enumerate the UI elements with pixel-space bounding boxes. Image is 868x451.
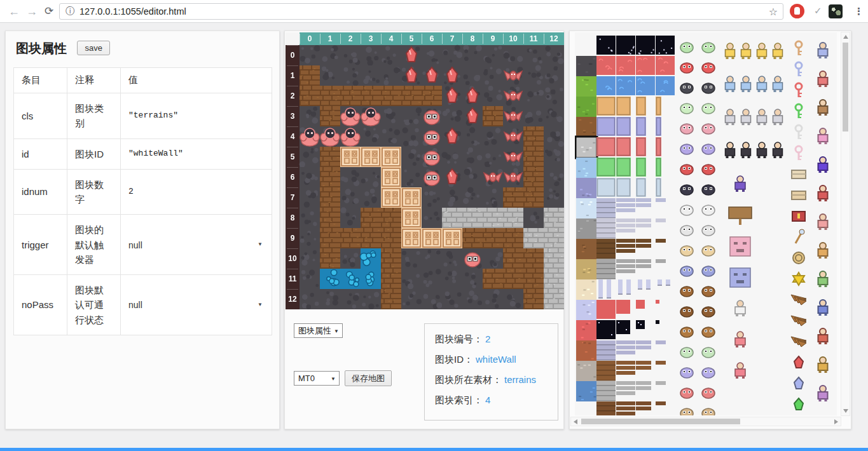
- prop-key: trigger: [14, 215, 67, 275]
- extension-icon[interactable]: [790, 4, 804, 18]
- table-header-1: 注释: [67, 68, 121, 93]
- prop-key: idnum: [14, 169, 67, 215]
- prop-select-trigger[interactable]: null: [128, 240, 264, 250]
- url-text[interactable]: 127.0.0.1:1055/editor.html: [79, 6, 186, 17]
- prop-value-text: "terrains": [128, 111, 178, 120]
- prop-value: 2: [121, 169, 272, 215]
- panel-title: 图块属性: [16, 40, 67, 57]
- map-panel: 图块属性 ▼ MT0 ▼ 保存地图 图块编号：2图块ID：whiteWall图块…: [284, 30, 564, 429]
- horizontal-scrollbar[interactable]: [570, 417, 841, 426]
- scroll-right-icon[interactable]: [834, 419, 838, 424]
- horizontal-scroll-thumb[interactable]: [581, 419, 740, 424]
- save-button[interactable]: save: [77, 41, 109, 55]
- prop-value: "terrains": [121, 93, 272, 139]
- prop-row-id: id图块ID"whiteWall": [14, 138, 272, 169]
- floor-select[interactable]: MT0: [294, 372, 339, 383]
- address-bar[interactable]: ⓘ 127.0.0.1:1055/editor.html ☆: [59, 3, 783, 20]
- scroll-down-icon[interactable]: [843, 409, 848, 413]
- tile-info-label: 图块编号：: [435, 333, 483, 344]
- prop-comment: 图块类别: [67, 93, 121, 139]
- vertical-scroll-thumb[interactable]: [843, 43, 848, 131]
- tile-info-line: 图块编号：2: [435, 333, 548, 346]
- reload-icon[interactable]: ⟳: [41, 3, 57, 20]
- prop-key: noPass: [14, 275, 67, 335]
- vertical-scrollbar[interactable]: [841, 32, 850, 416]
- bookmark-star-icon[interactable]: ☆: [769, 6, 778, 18]
- scroll-up-icon[interactable]: [843, 35, 848, 39]
- prop-comment: 图块ID: [67, 138, 121, 169]
- floor-select-wrap: MT0 ▼: [294, 371, 340, 386]
- browser-avatar[interactable]: [829, 4, 843, 18]
- prop-row-trigger: trigger图块的默认触发器null▼: [14, 215, 272, 275]
- properties-table: 条目注释值 cls图块类别"terrains"id图块ID"whiteWall"…: [13, 67, 272, 335]
- prop-select-noPass[interactable]: null: [128, 300, 264, 310]
- prop-comment: 图块的默认触发器: [67, 215, 121, 275]
- extension-hand-glyph: [794, 7, 800, 15]
- page-info-icon[interactable]: ⓘ: [65, 6, 74, 17]
- map-canvas[interactable]: [286, 32, 564, 309]
- prop-value-text: 2: [128, 187, 134, 196]
- prop-key: cls: [14, 93, 67, 139]
- prop-value-text: "whiteWall": [128, 149, 183, 158]
- browser-menu-icon[interactable]: ⋮: [854, 4, 864, 19]
- browser-chrome: ← → ⟳ ⓘ 127.0.0.1:1055/editor.html ☆ ✓ ⋮: [0, 0, 868, 23]
- tile-info-line: 图块ID：whiteWall: [435, 354, 548, 366]
- save-map-button[interactable]: 保存地图: [345, 370, 392, 386]
- tile-properties-panel: 图块属性 save 条目注释值 cls图块类别"terrains"id图块ID"…: [5, 30, 280, 429]
- tile-info-label: 图块所在素材：: [435, 374, 502, 385]
- prop-row-cls: cls图块类别"terrains": [14, 93, 272, 139]
- check-extension-icon[interactable]: ✓: [814, 5, 822, 17]
- tile-info-label: 图块索引：: [435, 394, 483, 405]
- back-icon[interactable]: ←: [6, 3, 22, 20]
- tile-info-line: 图块所在素材：terrains: [435, 374, 548, 386]
- tile-info-value[interactable]: terrains: [504, 374, 536, 385]
- table-header-2: 值: [121, 68, 272, 93]
- tile-info-box: 图块编号：2图块ID：whiteWall图块所在素材：terrains图块索引：…: [424, 323, 558, 421]
- tile-info-label: 图块ID：: [435, 354, 473, 365]
- prop-value: null▼: [121, 275, 272, 335]
- tileset-canvas[interactable]: [575, 32, 837, 415]
- prop-comment: 图块数字: [67, 169, 121, 215]
- table-header-0: 条目: [14, 68, 67, 93]
- mode-select[interactable]: 图块属性: [294, 324, 342, 335]
- prop-row-noPass: noPass图块默认可通行状态null▼: [14, 275, 272, 335]
- prop-value: "whiteWall": [121, 138, 272, 169]
- mode-select-wrap: 图块属性 ▼: [294, 323, 343, 338]
- tile-info-value[interactable]: 2: [485, 333, 490, 344]
- prop-value: null▼: [121, 215, 272, 275]
- scroll-left-icon[interactable]: [574, 419, 577, 424]
- tile-info-value[interactable]: whiteWall: [476, 354, 516, 365]
- prop-comment: 图块默认可通行状态: [67, 275, 121, 335]
- prop-key: id: [14, 138, 67, 169]
- tile-info-value[interactable]: 4: [485, 394, 490, 405]
- tileset-panel: [569, 30, 851, 429]
- taskbar-edge: [0, 448, 868, 451]
- forward-icon[interactable]: →: [24, 3, 39, 20]
- prop-row-idnum: idnum图块数字2: [14, 169, 272, 215]
- tile-info-line: 图块索引：4: [435, 394, 548, 407]
